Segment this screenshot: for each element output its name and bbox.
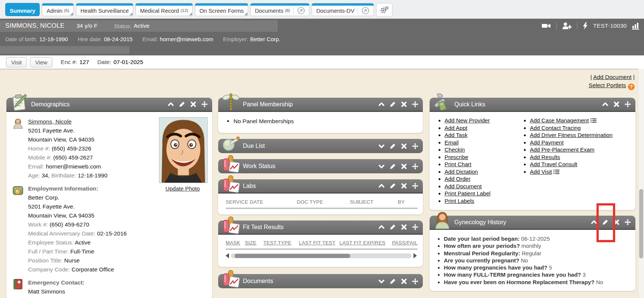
flowsheet-chart-icon[interactable] (632, 22, 640, 30)
edit-icon[interactable] (390, 278, 396, 285)
tab-admin[interactable]: Admin(5) (42, 3, 74, 16)
portlet-title: Panel Membership (243, 101, 293, 108)
collapse-icon[interactable] (378, 101, 385, 107)
quick-link[interactable]: Print Patient Label (445, 190, 491, 197)
add-document-link[interactable]: Add Document (593, 74, 632, 80)
move-icon[interactable] (201, 101, 208, 107)
sort-column-header[interactable]: SIZE (245, 240, 263, 246)
tab-documents[interactable]: Documents(8) (250, 3, 309, 16)
update-photo-link[interactable]: Update Photo (165, 185, 200, 192)
list-view-icon[interactable] (553, 169, 559, 174)
collapse-icon[interactable] (378, 224, 385, 230)
quick-link[interactable]: Add Contact Tracing (530, 125, 581, 131)
quick-link[interactable]: Add Results (530, 154, 560, 160)
scrollbar-track (231, 253, 412, 258)
move-icon[interactable] (412, 183, 418, 189)
quick-link[interactable]: Add Document (445, 183, 482, 189)
expand-icon[interactable] (378, 278, 385, 285)
scrollbar-thumb[interactable] (235, 254, 350, 258)
close-icon[interactable] (613, 101, 620, 107)
expand-icon[interactable] (378, 143, 385, 149)
edit-icon[interactable] (390, 101, 396, 107)
move-icon[interactable] (625, 101, 631, 107)
sort-column-header[interactable]: LAST FIT TEST (299, 240, 340, 246)
close-icon[interactable] (401, 163, 407, 170)
lightning-icon[interactable] (583, 22, 588, 30)
emergency-contact-section: Emergency Contact: Matt Simmons Phone #1… (12, 278, 207, 298)
quick-link[interactable]: Add Travel Consult (530, 161, 577, 167)
quick-link[interactable]: Add Case Management (530, 117, 589, 124)
tab-health-surveillance[interactable]: Health Surveillance (76, 3, 133, 16)
quick-link[interactable]: Add Driver Fitness Determination (530, 132, 613, 138)
quick-link[interactable]: Add Dictation (445, 168, 478, 175)
patient-name-link[interactable]: Simmons, Nicole (28, 118, 71, 125)
close-icon[interactable] (401, 143, 407, 149)
gynecology-list: Date your last period began:06-12-2025 H… (431, 235, 632, 285)
quick-link[interactable]: Add Payment (530, 139, 564, 146)
scroll-right-arrow[interactable] (413, 253, 417, 258)
close-icon[interactable] (613, 219, 620, 225)
quick-link[interactable]: Print Chart (445, 161, 471, 167)
quick-link[interactable]: Checkin (445, 146, 465, 153)
expand-icon[interactable] (378, 163, 385, 170)
close-icon[interactable] (401, 278, 407, 285)
sort-column-header[interactable]: MASK (226, 240, 245, 246)
panel-membership-body: No Panel Memberships (218, 112, 423, 133)
tab-summary[interactable]: Summary (5, 3, 40, 16)
clipboard-icon (10, 93, 28, 112)
move-icon[interactable] (412, 278, 418, 285)
quick-link[interactable]: Email (445, 139, 459, 146)
collapse-icon[interactable] (602, 101, 608, 107)
move-icon[interactable] (412, 224, 418, 230)
quick-link[interactable]: Prescribe (445, 154, 468, 160)
help-icon[interactable]: ? (628, 83, 635, 90)
quick-link[interactable]: Add Task (445, 132, 467, 138)
edit-icon[interactable] (390, 224, 396, 230)
edit-icon[interactable] (390, 163, 396, 170)
move-icon[interactable] (412, 143, 418, 149)
tab-medical-record[interactable]: Medical Record(12) (135, 3, 193, 16)
sort-column-header[interactable]: PASS/FAIL (392, 240, 418, 246)
visit-button[interactable]: Visit (6, 57, 27, 67)
collapse-icon[interactable] (591, 219, 597, 225)
labs-body: SERVICE DATE DOC TYPE SUBJECT BY (218, 194, 423, 215)
pills-chart-icon (222, 269, 240, 288)
open-in-new-window-icon[interactable] (297, 7, 305, 15)
quick-link[interactable]: Print Labels (445, 198, 474, 204)
collapse-icon[interactable] (378, 183, 385, 189)
collapse-icon[interactable] (168, 101, 174, 107)
move-icon[interactable] (625, 219, 631, 225)
move-icon[interactable] (412, 163, 418, 170)
quick-link[interactable]: Add Visit (530, 168, 552, 175)
tab-documents-dv[interactable]: Documents-DV (312, 3, 374, 16)
edit-icon[interactable] (390, 183, 396, 189)
sort-column-header[interactable]: LAST FIT EXPIRES (339, 240, 392, 246)
close-icon[interactable] (401, 101, 407, 107)
open-in-new-window-icon[interactable] (361, 7, 369, 15)
portlet-gynecology-history: Gynecology History Date your last period… (430, 216, 635, 291)
select-portlets-link[interactable]: Select Portlets (589, 82, 626, 88)
quick-link[interactable]: Add Appt (445, 125, 467, 131)
view-button[interactable]: View (30, 57, 52, 67)
list-item: Add Case Management (530, 117, 613, 124)
tab-settings-button[interactable] (376, 3, 393, 17)
close-icon[interactable] (190, 101, 196, 107)
edit-icon[interactable] (390, 143, 396, 149)
edit-icon[interactable] (602, 219, 608, 225)
quick-link[interactable]: Add New Provider (445, 117, 490, 124)
scroll-left-arrow[interactable] (226, 253, 229, 258)
quick-link[interactable]: Add Order (445, 176, 470, 182)
move-icon[interactable] (412, 101, 418, 107)
portlet-panel-membership: Panel Membership No Panel Memberships (218, 98, 423, 133)
video-camera-icon[interactable] (541, 23, 551, 29)
hire-date-field: Hire date:08-24-2015 (78, 36, 133, 42)
close-icon[interactable] (401, 224, 407, 230)
tab-on-screen-forms[interactable]: On Screen Forms (195, 3, 248, 16)
sort-column-header[interactable]: TEST TYPE (263, 240, 299, 246)
edit-icon[interactable] (179, 101, 185, 107)
close-icon[interactable] (401, 183, 407, 189)
scrollbar-thumb[interactable] (639, 189, 643, 258)
list-view-icon[interactable] (590, 118, 596, 123)
add-person-icon[interactable] (562, 22, 572, 30)
quick-link[interactable]: Add Pre-Placement Exam (530, 146, 595, 153)
